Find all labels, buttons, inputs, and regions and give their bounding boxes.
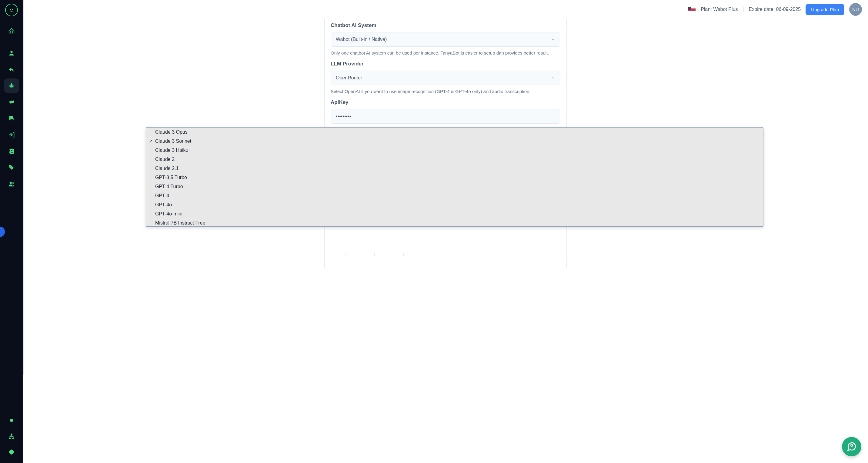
model-option[interactable]: Claude 2.1 xyxy=(146,164,763,173)
model-option[interactable]: GPT-4 Turbo xyxy=(146,182,763,191)
chat-icon xyxy=(8,115,15,122)
model-option[interactable]: Mistral 7B Instruct Free xyxy=(146,218,763,227)
llm-provider-select[interactable]: OpenRouter xyxy=(331,71,560,85)
nav-contacts[interactable] xyxy=(4,144,19,158)
help-chat-fab[interactable] xyxy=(842,437,861,456)
topbar: Plan: Wabot Plus | Expire date: 06-09-20… xyxy=(23,0,868,19)
svg-rect-3 xyxy=(10,85,13,87)
nav-broadcast[interactable] xyxy=(4,95,19,110)
svg-point-9 xyxy=(11,150,12,151)
nav-settings[interactable] xyxy=(4,445,19,459)
chatbot-system-help: Only one chatbot AI system can be used p… xyxy=(324,47,566,56)
model-option[interactable]: GPT-4o xyxy=(146,200,763,209)
svg-rect-16 xyxy=(10,434,12,435)
plug-icon xyxy=(8,417,15,424)
main-content: Plan: Wabot Plus | Expire date: 06-09-20… xyxy=(23,0,868,463)
apikey-label: ApiKey xyxy=(324,99,566,105)
svg-point-1 xyxy=(12,9,13,10)
svg-rect-17 xyxy=(9,438,11,439)
svg-point-7 xyxy=(11,83,12,84)
nav-bot[interactable] xyxy=(4,79,19,93)
nav-export[interactable] xyxy=(4,128,19,142)
llm-provider-help: Select OpenAI if you want to use image r… xyxy=(324,85,566,94)
tags-icon xyxy=(8,164,15,171)
nav-reply[interactable] xyxy=(4,62,19,77)
model-option[interactable]: GPT-3.5 Turbo xyxy=(146,173,763,182)
nav-user[interactable] xyxy=(4,46,19,60)
chatbot-system-value: Wabot (Built-in / Native) xyxy=(336,37,387,42)
model-option[interactable]: GPT-4 xyxy=(146,191,763,200)
svg-point-5 xyxy=(12,86,13,87)
form-content: Chatbot AI System Wabot (Built-in / Nati… xyxy=(23,19,868,463)
apikey-value: ••••••••• xyxy=(336,114,351,119)
user-icon xyxy=(8,50,15,56)
sidebar-divider xyxy=(3,42,20,42)
model-option[interactable]: Claude 3 Opus xyxy=(146,128,763,137)
nav-team[interactable] xyxy=(4,177,19,191)
svg-point-13 xyxy=(10,166,10,167)
home-icon xyxy=(8,28,15,34)
separator: | xyxy=(743,7,744,12)
reply-icon xyxy=(8,66,15,73)
nav-home[interactable] xyxy=(4,24,19,38)
plan-label: Plan: Wabot Plus xyxy=(701,7,738,12)
svg-rect-18 xyxy=(12,438,14,439)
users-icon xyxy=(8,181,15,187)
nav-chat[interactable] xyxy=(4,111,19,126)
model-dropdown: Claude 3 OpusClaude 3 SonnetClaude 3 Hai… xyxy=(146,127,764,227)
nav-tags[interactable] xyxy=(4,160,19,175)
chat-help-icon xyxy=(846,441,857,452)
nav-integrations[interactable] xyxy=(4,413,19,428)
expire-label: Expire date: 06-09-2025 xyxy=(749,7,801,12)
robot-icon xyxy=(8,83,15,89)
upgrade-plan-button[interactable]: Upgrade Plan xyxy=(806,4,844,15)
sitemap-icon xyxy=(8,433,15,440)
megaphone-icon xyxy=(8,99,15,105)
svg-point-2 xyxy=(10,51,12,53)
chevron-down-icon xyxy=(551,37,555,41)
apikey-input[interactable]: ••••••••• xyxy=(331,109,560,124)
model-option[interactable]: GPT-4o-mini xyxy=(146,209,763,218)
svg-point-14 xyxy=(10,182,12,184)
address-book-icon xyxy=(8,148,15,155)
llm-provider-value: OpenRouter xyxy=(336,75,362,81)
gear-icon xyxy=(8,449,15,456)
svg-point-0 xyxy=(10,9,10,10)
user-avatar[interactable]: NU xyxy=(849,3,862,16)
llm-provider-label: LLM Provider xyxy=(324,61,566,67)
chatbot-system-select[interactable]: Wabot (Built-in / Native) xyxy=(331,32,560,47)
model-option[interactable]: Claude 2 xyxy=(146,155,763,164)
flag-icon[interactable] xyxy=(688,7,696,12)
model-option[interactable]: Claude 3 Haiku xyxy=(146,146,763,155)
chatbot-system-label: Chatbot AI System xyxy=(324,23,566,29)
nav-flow[interactable] xyxy=(4,429,19,443)
export-icon xyxy=(8,131,15,138)
svg-point-15 xyxy=(12,182,14,184)
svg-point-4 xyxy=(10,86,11,87)
editor-toolbar xyxy=(331,253,560,256)
chevron-down-icon xyxy=(551,76,555,80)
app-logo[interactable] xyxy=(5,4,18,17)
model-option[interactable]: Claude 3 Sonnet xyxy=(146,137,763,146)
